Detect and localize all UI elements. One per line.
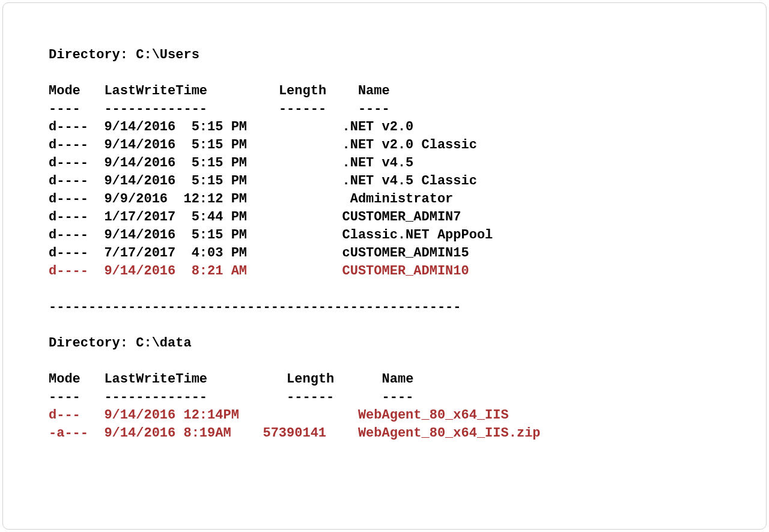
dir2-underline-row: ---- ------------- ------ ---- (49, 388, 730, 407)
list-item: d---- 7/17/2017 4:03 PM cUSTOMER_ADMIN15 (49, 244, 730, 262)
list-item: d---- 9/9/2016 12:12 PM Administrator (49, 190, 730, 208)
directory-title-data: Directory: C:\data (49, 334, 730, 352)
ul-length: ------ (287, 390, 334, 405)
col-length: Length (279, 83, 326, 98)
col-length: Length (287, 372, 334, 387)
col-mode: Mode (49, 372, 81, 387)
list-item: d---- 1/17/2017 5:44 PM CUSTOMER_ADMIN7 (49, 208, 730, 226)
dir1-rows: d---- 9/14/2016 5:15 PM .NET v2.0d---- 9… (49, 118, 730, 280)
separator-line: ----------------------------------------… (49, 298, 730, 316)
ul-length: ------ (279, 101, 326, 116)
blank-line (49, 352, 730, 370)
col-name: Name (382, 372, 414, 387)
blank-line (49, 280, 730, 298)
ul-mode: ---- (49, 390, 81, 405)
blank-line (49, 64, 730, 82)
col-mode: Mode (49, 83, 81, 98)
ul-name: ---- (358, 101, 390, 116)
directory-title-users: Directory: C:\Users (49, 46, 730, 64)
dir2-header-row: Mode LastWriteTime Length Name (49, 370, 730, 388)
col-time: LastWriteTime (104, 372, 207, 387)
col-time: LastWriteTime (104, 83, 207, 98)
code-panel: Directory: C:\Users Mode LastWriteTime L… (2, 2, 767, 530)
list-item: d---- 9/14/2016 5:15 PM .NET v2.0 (49, 118, 730, 136)
dir1-header-row: Mode LastWriteTime Length Name (49, 82, 730, 100)
blank-line (49, 316, 730, 334)
list-item: d---- 9/14/2016 5:15 PM Classic.NET AppP… (49, 226, 730, 244)
list-item: d---- 9/14/2016 5:15 PM .NET v4.5 (49, 154, 730, 172)
col-name: Name (358, 83, 390, 98)
ul-name: ---- (382, 390, 414, 405)
dir2-rows: d--- 9/14/2016 12:14PM WebAgent_80_x64_I… (49, 407, 730, 443)
list-item: d---- 9/14/2016 8:21 AM CUSTOMER_ADMIN10 (49, 262, 730, 280)
ul-time: ------------- (104, 101, 207, 116)
list-item: d---- 9/14/2016 5:15 PM .NET v4.5 Classi… (49, 172, 730, 190)
list-item: d---- 9/14/2016 5:15 PM .NET v2.0 Classi… (49, 136, 730, 154)
dir1-underline-row: ---- ------------- ------ ---- (49, 100, 730, 118)
ul-mode: ---- (49, 101, 81, 116)
ul-time: ------------- (104, 390, 207, 405)
list-item: d--- 9/14/2016 12:14PM WebAgent_80_x64_I… (49, 407, 730, 425)
list-item: -a--- 9/14/2016 8:19AM 57390141 WebAgent… (49, 425, 730, 443)
